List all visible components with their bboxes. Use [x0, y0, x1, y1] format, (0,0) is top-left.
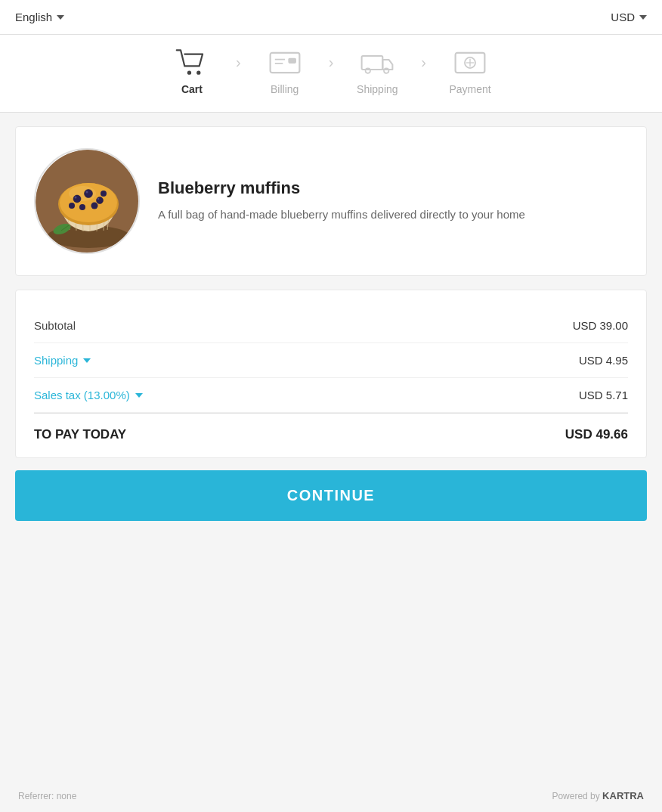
step-separator-2: ›: [329, 54, 334, 70]
currency-label: USD: [611, 11, 635, 23]
product-description: A full bag of hand-made blueberry muffin…: [158, 206, 628, 224]
powered-by-text: Powered by KARTRA: [552, 790, 644, 801]
language-caret-icon: [57, 15, 64, 20]
sales-tax-value: USD 5.71: [579, 389, 628, 401]
cart-step-icon: [174, 48, 210, 77]
step-billing[interactable]: Billing: [247, 48, 323, 95]
referrer-text: Referrer: none: [18, 791, 76, 801]
payment-step-label: Payment: [449, 83, 490, 95]
language-selector[interactable]: English: [15, 11, 64, 23]
step-separator-1: ›: [236, 54, 241, 70]
page-wrapper: English USD Cart ›: [0, 0, 662, 812]
order-summary: Subtotal USD 39.00 Shipping USD 4.95 Sal…: [15, 290, 647, 458]
product-section: Blueberry muffins A full bag of hand-mad…: [15, 126, 647, 276]
product-title: Blueberry muffins: [158, 178, 628, 198]
step-separator-3: ›: [421, 54, 426, 70]
total-label: TO PAY TODAY: [34, 427, 126, 442]
svg-rect-6: [362, 56, 383, 70]
currency-caret-icon: [639, 15, 647, 20]
shipping-step-label: Shipping: [357, 83, 398, 95]
billing-step-label: Billing: [271, 83, 299, 95]
steps-navigation: Cart › Billing ›: [0, 35, 662, 113]
continue-button-wrapper: CONTINUE: [15, 470, 647, 521]
step-payment[interactable]: Payment: [432, 48, 508, 95]
continue-button[interactable]: CONTINUE: [15, 470, 647, 521]
svg-point-1: [196, 71, 200, 75]
sales-tax-row: Sales tax (13.00%) USD 5.71: [34, 378, 628, 413]
svg-point-0: [187, 71, 191, 75]
svg-point-34: [69, 203, 75, 209]
subtotal-label: Subtotal: [34, 319, 76, 332]
language-label: English: [15, 11, 52, 23]
subtotal-row: Subtotal USD 39.00: [34, 308, 628, 343]
subtotal-value: USD 39.00: [573, 319, 628, 332]
shipping-label[interactable]: Shipping: [34, 354, 91, 367]
svg-point-36: [86, 191, 88, 194]
step-cart[interactable]: Cart: [154, 48, 230, 95]
product-info: Blueberry muffins A full bag of hand-mad…: [158, 178, 628, 224]
shipping-row: Shipping USD 4.95: [34, 343, 628, 378]
shipping-caret-icon: [83, 358, 91, 363]
svg-point-37: [97, 198, 99, 200]
svg-point-35: [75, 197, 77, 199]
shipping-value: USD 4.95: [579, 354, 628, 367]
step-shipping[interactable]: Shipping: [339, 48, 415, 95]
shipping-step-icon: [359, 48, 395, 77]
product-image: [34, 148, 140, 254]
top-bar: English USD: [0, 0, 662, 35]
total-row: TO PAY TODAY USD 49.66: [34, 414, 628, 457]
sales-tax-label[interactable]: Sales tax (13.00%): [34, 389, 143, 401]
brand-name: KARTRA: [602, 790, 644, 801]
payment-step-icon: [452, 48, 488, 77]
svg-rect-5: [288, 58, 296, 64]
cart-step-label: Cart: [181, 83, 203, 95]
svg-point-33: [101, 191, 107, 197]
footer: Referrer: none Powered by KARTRA: [0, 779, 662, 812]
sales-tax-caret-icon: [135, 393, 143, 398]
svg-point-32: [91, 203, 98, 209]
currency-selector[interactable]: USD: [611, 11, 647, 23]
total-value: USD 49.66: [565, 427, 628, 442]
svg-point-31: [79, 204, 85, 210]
billing-step-icon: [267, 48, 303, 77]
